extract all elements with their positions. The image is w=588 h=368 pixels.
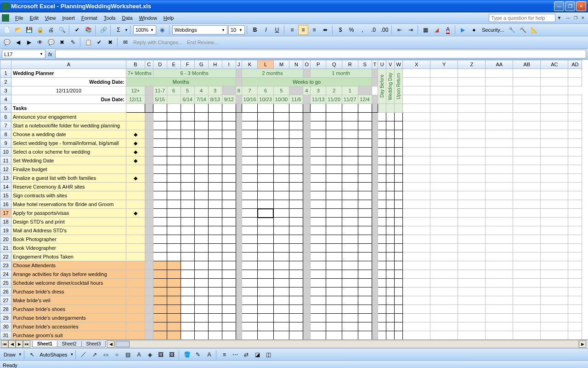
help-dropdown-arrow[interactable]: ▼ (557, 16, 561, 20)
scroll-thumb[interactable] (116, 341, 130, 347)
align-left-icon[interactable]: ≡ (287, 25, 297, 35)
row-header-21[interactable]: 21 (0, 244, 11, 253)
bold-icon[interactable]: B (250, 25, 260, 35)
select-objects-icon[interactable]: ↖ (27, 350, 37, 360)
row-header-3[interactable]: 3 (0, 86, 11, 95)
show-all-comments-icon[interactable]: 💬 (46, 37, 56, 47)
line-style-icon[interactable]: ≡ (219, 350, 229, 360)
task-cell[interactable]: Choose a wedding date (11, 130, 126, 139)
row-header-23[interactable]: 23 (0, 261, 11, 270)
row-header-20[interactable]: 20 (0, 235, 11, 244)
reject-change-icon[interactable]: ✖ (105, 37, 115, 47)
doc-restore-button[interactable]: ❐ (572, 15, 579, 21)
col-header-Z[interactable]: Z (458, 60, 486, 69)
end-review-button[interactable]: End Review... (185, 40, 220, 45)
row-header-28[interactable]: 28 (0, 305, 11, 314)
print-icon[interactable]: 🖨 (46, 25, 56, 35)
col-header-I[interactable]: I (222, 60, 236, 69)
font-color-draw-icon[interactable]: A (204, 350, 214, 360)
col-header-Y[interactable]: Y (430, 60, 458, 69)
task-cell[interactable]: Reserve Ceremony & AHR sites (11, 183, 126, 191)
dash-style-icon[interactable]: ⋯ (230, 350, 240, 360)
line-icon[interactable]: ／ (79, 350, 89, 360)
col-header-L[interactable]: L (258, 60, 274, 69)
row-header-13[interactable]: 13 (0, 174, 11, 183)
row-header-10[interactable]: 10 (0, 148, 11, 156)
tab-first-icon[interactable]: ⏮ (1, 340, 8, 348)
sheet-tab-sheet3[interactable]: Sheet3 (81, 341, 106, 347)
security-button[interactable]: Security... (480, 27, 506, 33)
textbox-icon[interactable]: ▤ (123, 350, 133, 360)
draw-menu[interactable]: Draw (2, 352, 17, 357)
autosum-icon[interactable]: Σ (113, 25, 124, 35)
col-header-E[interactable]: E (167, 60, 181, 69)
help-icon[interactable]: ◉ (157, 25, 167, 35)
send-mail-icon[interactable]: ✉ (120, 37, 130, 47)
autoshapes-dropdown-icon[interactable]: ▼ (70, 352, 74, 356)
row-header-27[interactable]: 27 (0, 296, 11, 305)
underline-icon[interactable]: U (272, 25, 282, 35)
show-comment-icon[interactable]: 👁 (35, 37, 45, 47)
shadow-icon[interactable]: ◪ (252, 350, 262, 360)
task-cell[interactable]: Finalize budget (11, 165, 126, 174)
task-cell[interactable]: Make bride's veil (11, 296, 126, 305)
col-header-W[interactable]: W (395, 60, 403, 69)
row-header-17[interactable]: 17 (0, 209, 11, 218)
row-header-14[interactable]: 14 (0, 183, 11, 191)
arrow-icon[interactable]: ↗ (90, 350, 100, 360)
task-cell[interactable]: Purchase bride's dress (11, 288, 126, 296)
doc-close-button[interactable]: ✕ (580, 15, 586, 21)
diagram-icon[interactable]: ◈ (145, 350, 155, 360)
menu-view[interactable]: View (42, 14, 59, 22)
formula-input[interactable] (55, 50, 586, 58)
rectangle-icon[interactable]: ▭ (101, 350, 111, 360)
help-search[interactable] (489, 14, 555, 22)
menu-insert[interactable]: Insert (59, 14, 78, 22)
col-header-AB[interactable]: AB (513, 60, 541, 69)
col-header-H[interactable]: H (208, 60, 222, 69)
align-center-icon[interactable]: ≡ (298, 25, 308, 35)
task-cell[interactable]: Select wedding type - formal/informal, b… (11, 139, 126, 148)
save-icon[interactable]: 💾 (24, 25, 34, 35)
col-header-AD[interactable]: AD (568, 60, 582, 69)
reply-changes-button[interactable]: Reply with Changes... (131, 40, 184, 45)
scroll-right-icon[interactable]: ▶ (579, 340, 586, 348)
row-header-15[interactable]: 15 (0, 191, 11, 200)
row-header-6[interactable]: 6 (0, 113, 11, 121)
task-cell[interactable]: Select a color scheme for wedding (11, 148, 126, 156)
row-header-19[interactable]: 19 (0, 226, 11, 235)
control-menu-icon[interactable] (2, 14, 9, 22)
3d-icon[interactable]: ◫ (263, 350, 273, 360)
task-cell[interactable]: Apply for passports/visas (11, 209, 126, 218)
ink-icon[interactable]: ✎ (68, 37, 78, 47)
name-box[interactable]: L17▼ (2, 50, 45, 58)
macro-security-icon[interactable]: ● (469, 25, 479, 35)
play-macro-icon[interactable]: ▶ (458, 25, 468, 35)
fill-color-icon[interactable]: ◢ (432, 25, 442, 35)
row-header-2[interactable]: 2 (0, 78, 11, 86)
minimize-button[interactable]: — (554, 1, 564, 11)
task-cell[interactable]: Mail and Address STD's (11, 226, 126, 235)
row-header-5[interactable]: 5 (0, 104, 11, 113)
col-header-A[interactable]: A (11, 60, 126, 69)
col-header-T[interactable]: T (372, 60, 378, 69)
tab-prev-icon[interactable]: ◀ (8, 340, 16, 348)
row-header-22[interactable]: 22 (0, 253, 11, 261)
autosum-dropdown-icon[interactable]: ▼ (124, 28, 128, 32)
menu-window[interactable]: Window (136, 14, 160, 22)
italic-icon[interactable]: I (261, 25, 271, 35)
font-color-icon[interactable]: A (443, 25, 453, 35)
menu-help[interactable]: Help (160, 14, 177, 22)
increase-decimal-icon[interactable]: .0 (368, 25, 379, 35)
accept-change-icon[interactable]: ✔ (94, 37, 104, 47)
col-header-G[interactable]: G (194, 60, 208, 69)
decrease-decimal-icon[interactable]: .00 (379, 25, 390, 35)
col-header-X[interactable]: X (403, 60, 430, 69)
row-header-30[interactable]: 30 (0, 322, 11, 331)
task-cell[interactable]: Book Photographer (11, 235, 126, 244)
maximize-button[interactable]: ❐ (565, 1, 575, 11)
tab-next-icon[interactable]: ▶ (16, 340, 23, 348)
task-cell[interactable]: Choose Attendents (11, 261, 126, 270)
col-header-C[interactable]: C (145, 60, 153, 69)
line-color-icon[interactable]: ✎ (193, 350, 203, 360)
